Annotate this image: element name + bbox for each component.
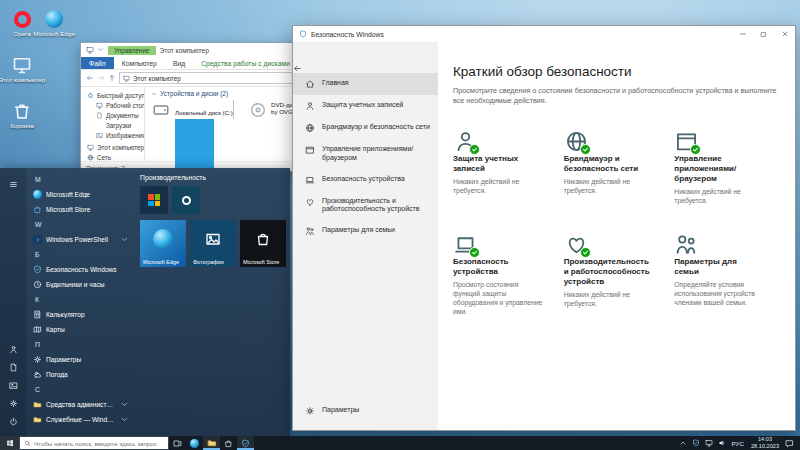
tray-shield-icon[interactable]	[690, 436, 703, 450]
app-letter-header[interactable]: С	[28, 382, 132, 397]
start-app-calculator[interactable]: Калькулятор	[28, 307, 132, 322]
minimize-button[interactable]	[732, 26, 753, 42]
tile-edge[interactable]: Microsoft Edge	[140, 220, 186, 267]
pictures-icon[interactable]	[6, 378, 20, 392]
nav-desktop[interactable]: Рабочий стол	[81, 100, 144, 110]
status-ok-badge	[469, 247, 480, 258]
sidebar-item-app-browser-control[interactable]: Управление приложениями/браузером	[293, 139, 438, 169]
calculator-icon	[33, 310, 42, 319]
tab-view[interactable]: Вид	[165, 57, 193, 69]
start-button[interactable]	[0, 436, 19, 450]
tile-account-protection[interactable]: Защита учетных записей Никаких действий …	[453, 129, 554, 206]
hamburger-icon[interactable]	[6, 177, 20, 191]
back-icon[interactable]	[86, 74, 94, 82]
nav-network[interactable]: Сеть	[81, 152, 144, 162]
taskbar-edge-button[interactable]	[186, 436, 203, 450]
start-app-list: M Microsoft Edge Microsoft Store W Windo…	[26, 168, 132, 436]
tile-device-performance[interactable]: Производительность и работоспособность у…	[564, 232, 665, 316]
nav-pictures[interactable]: Изображения	[81, 130, 144, 140]
security-window: Безопасность Windows Главная Защита учет…	[292, 25, 796, 431]
contextual-tab-group[interactable]: Управление	[108, 46, 156, 55]
desktop-icon-edge[interactable]: Microsoft Edge	[26, 8, 82, 38]
user-icon[interactable]	[6, 342, 20, 356]
sidebar-item-device-performance[interactable]: Производительность и работоспособность у…	[293, 191, 438, 221]
sidebar-item-firewall[interactable]: Брандмауэр и безопасность сети	[293, 117, 438, 139]
tile-title: Безопасность устройства	[453, 257, 541, 277]
taskbar-store-button[interactable]	[220, 436, 237, 450]
sidebar-item-home[interactable]: Главная	[293, 73, 438, 95]
maximize-button[interactable]	[753, 26, 774, 42]
tray-volume-icon[interactable]	[716, 436, 729, 450]
status-ok-badge	[580, 247, 591, 258]
home-icon	[305, 79, 315, 89]
drive-c-item[interactable]: Локальный диск (C:) 13,5 ГБ свободно из …	[151, 101, 245, 155]
tile-small-1[interactable]	[140, 186, 168, 214]
start-app-settings[interactable]: Параметры	[28, 352, 132, 367]
taskbar-explorer-button[interactable]	[203, 436, 220, 450]
start-app-powershell[interactable]: Windows PowerShell	[28, 232, 132, 247]
taskbar-search[interactable]	[19, 436, 169, 450]
person-icon	[305, 101, 315, 111]
tile-firewall[interactable]: Брандмауэр и безопасность сети Никаких д…	[564, 129, 665, 206]
sidebar-item-account-protection[interactable]: Защита учетных записей	[293, 95, 438, 117]
clock[interactable]: 14:03 28.10.2023	[747, 436, 783, 449]
tile-group-header[interactable]: Производительность	[140, 174, 286, 181]
app-letter-header[interactable]: П	[28, 337, 132, 352]
notification-center-icon[interactable]	[783, 436, 796, 450]
tab-computer[interactable]: Компьютер	[114, 57, 165, 69]
settings-icon[interactable]	[6, 396, 20, 410]
hdd-icon	[151, 101, 171, 119]
task-view-button[interactable]	[169, 436, 186, 450]
nav-downloads[interactable]: Загрузки	[81, 120, 144, 130]
start-app-security[interactable]: Безопасность Windows	[28, 262, 132, 277]
app-letter-header[interactable]: Б	[28, 247, 132, 262]
desktop-icon-recycle-bin[interactable]: Корзина	[0, 100, 50, 130]
app-letter-header[interactable]: К	[28, 292, 132, 307]
tile-app-browser-control[interactable]: Управление приложениями/браузером Никаки…	[674, 129, 775, 206]
tab-disk-tools[interactable]: Средства работы с дисками	[193, 57, 298, 69]
recycle-bin-icon	[10, 100, 34, 122]
tile-family-options[interactable]: Параметры для семьи Определяйте условия …	[674, 232, 775, 316]
start-app-alarms[interactable]: Будильники и часы	[28, 277, 132, 292]
nav-quick-access[interactable]: Быстрый доступ	[81, 90, 144, 100]
start-app-weather[interactable]: Погода	[28, 367, 132, 382]
documents-icon[interactable]	[6, 360, 20, 374]
sidebar-label: Производительность и работоспособность у…	[322, 197, 432, 215]
sidebar-item-device-security[interactable]: Безопасность устройства	[293, 169, 438, 191]
tile-photos[interactable]: Фотографии	[190, 220, 236, 267]
forward-icon[interactable]	[97, 74, 105, 82]
quick-access-toolbar[interactable]	[86, 46, 104, 54]
up-icon[interactable]	[108, 74, 116, 82]
tile-small-2[interactable]	[172, 186, 200, 214]
back-button[interactable]	[293, 64, 438, 73]
sidebar-item-settings[interactable]: Параметры	[293, 400, 438, 422]
tray-chevron-up-icon[interactable]	[677, 436, 690, 450]
tile-title: Управление приложениями/браузером	[674, 154, 762, 184]
taskbar-security-button[interactable]	[237, 436, 254, 450]
desktop-icon	[96, 102, 103, 109]
start-app-maps[interactable]: Карты	[28, 322, 132, 337]
desktop-icon-this-pc[interactable]: Этот компьютер	[0, 54, 50, 84]
tile-device-security[interactable]: Безопасность устройства Просмотр состоян…	[453, 232, 554, 316]
close-button[interactable]	[774, 26, 795, 42]
start-app-store[interactable]: Microsoft Store	[28, 202, 132, 217]
tile-desc: Никаких действий не требуется.	[564, 291, 654, 309]
start-app-edge[interactable]: Microsoft Edge	[28, 187, 132, 202]
start-folder-admin-tools[interactable]: Средства администрирования Windows	[28, 397, 132, 412]
start-folder-windows-system[interactable]: Служебные — Windows	[28, 412, 132, 427]
app-letter-header[interactable]: M	[28, 172, 132, 187]
power-icon[interactable]	[6, 414, 20, 428]
taskbar-search-input[interactable]	[34, 440, 164, 447]
tab-file[interactable]: Файл	[81, 57, 114, 69]
nav-label: Этот компьютер	[97, 144, 144, 151]
sidebar-item-family-options[interactable]: Параметры для семьи	[293, 220, 438, 242]
sidebar-label: Безопасность устройства	[322, 175, 405, 184]
nav-documents[interactable]: Документы	[81, 110, 144, 120]
language-indicator[interactable]: РУС	[729, 440, 747, 447]
tile-store[interactable]: Microsoft Store	[240, 220, 286, 267]
nav-this-pc[interactable]: Этот компьютер	[81, 142, 144, 152]
page-subtitle: Просмотрите сведения о состоянии безопас…	[453, 86, 783, 105]
address-text: Этот компьютер	[133, 75, 181, 82]
app-letter-header[interactable]: W	[28, 217, 132, 232]
desktop-icon-label: Этот компьютер	[0, 77, 45, 84]
